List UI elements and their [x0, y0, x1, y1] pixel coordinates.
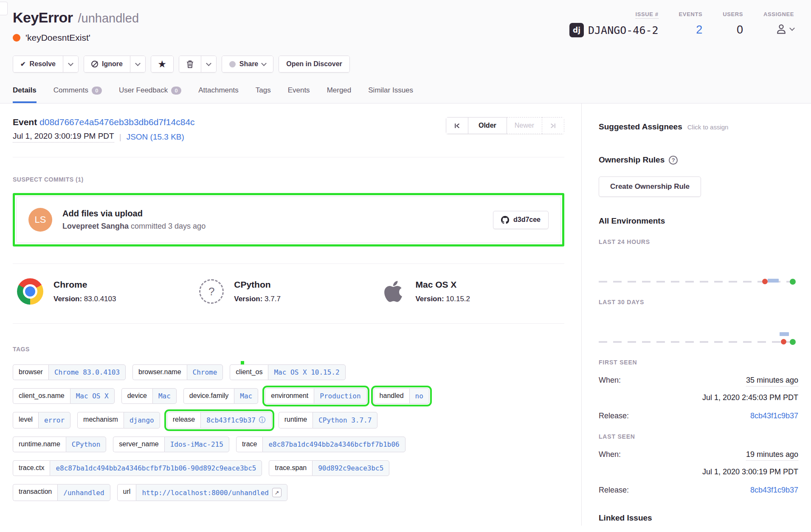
separator: |: [119, 132, 121, 142]
tags-list: browserChrome 83.0.4103 browser.nameChro…: [13, 364, 564, 501]
check-icon: ✔: [20, 60, 26, 68]
tag-pill-transaction[interactable]: transaction/unhandled: [13, 484, 110, 501]
first-event-button[interactable]: [446, 117, 468, 134]
tag-pill-browser-name[interactable]: browser.nameChrome: [132, 364, 223, 380]
event-pagination: Older Newer: [446, 117, 564, 134]
assignee-label: ASSIGNEE: [763, 11, 794, 17]
sparkline-baseline: [599, 341, 796, 343]
last-seen-release-link[interactable]: 8cb43f1c9b37: [750, 486, 798, 495]
commit-title: Add files via upload: [62, 209, 483, 218]
tab-attachments[interactable]: Attachments: [198, 86, 239, 103]
suspect-commit-row[interactable]: LS Add files via upload Lovepreet Sangha…: [16, 196, 561, 243]
commit-sha-button[interactable]: d3d7cee: [493, 211, 549, 229]
json-download-link[interactable]: JSON (15.3 KB): [127, 132, 184, 142]
delete-button[interactable]: [179, 56, 201, 72]
suspect-commits-heading: SUSPECT COMMITS (1): [13, 176, 564, 183]
context-version: 10.15.2: [446, 295, 470, 303]
ignore-button[interactable]: Ignore: [84, 56, 130, 72]
stat-issue-number: ISSUE # dj DJANGO-46-2: [569, 11, 659, 37]
delete-button-group: [179, 56, 217, 73]
sparkline-24h[interactable]: [599, 245, 796, 286]
issue-culprit: /unhandled: [78, 11, 139, 25]
context-runtime: ? CPython Version: 3.7.7: [199, 278, 381, 305]
last-30-days-label: LAST 30 DAYS: [599, 299, 798, 305]
context-browser: Chrome Version: 83.0.4103: [17, 278, 199, 305]
external-link-icon[interactable]: ↗: [272, 488, 282, 497]
unknown-runtime-icon: ?: [199, 279, 224, 304]
tag-pill-level[interactable]: levelerror: [13, 412, 70, 428]
resolve-button[interactable]: ✔ Resolve: [13, 56, 63, 72]
tag-pill-mechanism[interactable]: mechanismdjango: [77, 412, 160, 428]
chevron-down-icon: [206, 61, 211, 66]
sparkline-bar: [780, 332, 789, 336]
person-icon: [775, 22, 788, 35]
issue-detail-page: KeyError /unhandled 'keyDoesntExist' ISS…: [0, 0, 811, 532]
issue-number-label: ISSUE #: [636, 11, 659, 19]
first-seen-release-link[interactable]: 8cb43f1c9b37: [750, 412, 798, 420]
help-icon[interactable]: ?: [669, 156, 678, 165]
last-seen-relative: 19 minutes ago: [746, 450, 798, 461]
tag-pill-trace-ctx[interactable]: trace.ctxe8c87ba1dc494bb2a4346bcfbf7b1b0…: [13, 460, 262, 476]
tag-pill-release[interactable]: release8cb43f1c9b37ⓘ: [167, 412, 272, 428]
event-date: Jul 1, 2020 3:00:19 PM PDT: [13, 132, 114, 143]
share-button[interactable]: Share: [222, 56, 273, 72]
issue-sidebar: Suggested Assignees Click to assign Owne…: [582, 104, 811, 526]
create-ownership-rule-button[interactable]: Create Ownership Rule: [599, 176, 701, 197]
trash-icon: [186, 60, 194, 68]
context-name: CPython: [234, 280, 281, 290]
discover-button-group: Open in Discover: [279, 56, 350, 73]
skip-first-icon: [454, 123, 460, 129]
info-icon[interactable]: ⓘ: [259, 416, 266, 425]
older-event-button[interactable]: Older: [468, 117, 507, 134]
sparkline-30d[interactable]: [599, 305, 796, 346]
ignore-dropdown-button[interactable]: [130, 56, 145, 72]
commit-author: Lovepreet Sangha: [62, 222, 129, 230]
open-in-discover-button[interactable]: Open in Discover: [279, 56, 349, 72]
tag-pill-runtime[interactable]: runtimeCPython 3.7.7: [279, 412, 378, 428]
release-marker-red: [781, 339, 786, 344]
tab-tags[interactable]: Tags: [256, 86, 271, 103]
tag-pill-browser[interactable]: browserChrome 83.0.4103: [13, 364, 126, 380]
issue-message: 'keyDoesntExist': [25, 33, 90, 43]
all-environments-title: All Environments: [599, 216, 798, 226]
resolve-dropdown-button[interactable]: [63, 56, 78, 72]
click-to-assign-hint: Click to assign: [687, 123, 729, 131]
comments-count-badge: 0: [92, 87, 102, 95]
tag-pill-client-os-name[interactable]: client_os.nameMac OS X: [13, 388, 115, 404]
share-button-group: Share: [222, 56, 273, 73]
tab-user-feedback[interactable]: User Feedback0: [119, 86, 181, 103]
assignee-dropdown[interactable]: [775, 22, 794, 35]
stat-events: EVENTS 2: [679, 11, 703, 36]
events-label: EVENTS: [679, 11, 703, 17]
delete-dropdown-button[interactable]: [201, 56, 216, 72]
tab-details[interactable]: Details: [13, 86, 37, 103]
tag-pill-client-os[interactable]: client_osMac OS X 10.15.2: [230, 364, 345, 380]
tag-pill-device[interactable]: deviceMac: [121, 388, 177, 404]
tag-pill-trace[interactable]: tracee8c87ba1dc494bb2a4346bcfbf7b1b06: [236, 437, 406, 452]
chrome-icon: [17, 278, 43, 305]
tag-pill-trace-span[interactable]: trace.span90d892c9eace3bc5: [269, 460, 389, 476]
tag-pill-runtime-name[interactable]: runtime.nameCPython: [13, 437, 106, 452]
action-bar: ✔ Resolve Ignore ★: [13, 56, 794, 73]
tag-pill-device-family[interactable]: device.familyMac: [183, 388, 258, 404]
tab-events[interactable]: Events: [288, 86, 310, 103]
newer-event-button[interactable]: Newer: [507, 117, 542, 134]
chevron-down-icon: [789, 25, 795, 31]
users-count: 0: [737, 23, 743, 36]
bookmark-button[interactable]: ★: [151, 56, 173, 72]
events-count[interactable]: 2: [696, 23, 702, 36]
tag-pill-url[interactable]: urlhttp://localhost:8000/unhandled↗: [117, 484, 287, 501]
context-name: Chrome: [54, 280, 116, 290]
tab-comments[interactable]: Comments0: [54, 86, 102, 103]
tab-merged[interactable]: Merged: [327, 86, 352, 103]
linked-issues-title: Linked Issues: [599, 513, 798, 523]
tab-similar-issues[interactable]: Similar Issues: [368, 86, 413, 103]
release-marker-red: [762, 279, 768, 284]
issue-header: KeyError /unhandled 'keyDoesntExist' ISS…: [0, 0, 811, 104]
tag-pill-server-name[interactable]: server_nameIdos-iMac-215: [113, 437, 229, 452]
last-event-button[interactable]: [542, 117, 564, 134]
event-id-link[interactable]: d08d7667e4a5476eb3b3db6d7f14c84c: [39, 117, 195, 127]
github-icon: [501, 216, 509, 224]
tag-pill-handled[interactable]: handledno: [374, 388, 429, 404]
tag-pill-environment[interactable]: environmentProduction: [265, 388, 366, 404]
